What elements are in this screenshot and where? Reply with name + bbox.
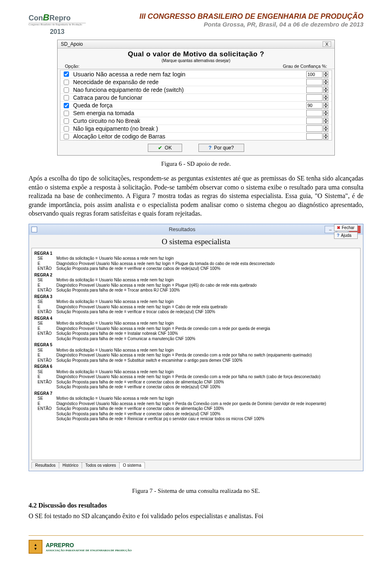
- option-row: Usuario Não acessa a rede nem faz login▲…: [60, 70, 332, 78]
- rule-keyword: E: [38, 326, 56, 332]
- aprepro-sub: ASSOCIAÇÃO PARANAENSE DE ENGENHARIA DE P…: [46, 549, 131, 552]
- spin-down-icon[interactable]: ▼: [323, 74, 328, 78]
- window-icon: [31, 227, 37, 232]
- close-icon[interactable]: X: [323, 41, 331, 47]
- option-row: Nao funciona equipamento de rede (switch…: [60, 86, 332, 94]
- confidence-input[interactable]: [306, 71, 323, 78]
- spin-up-icon[interactable]: ▲: [323, 110, 328, 113]
- confidence-spinner[interactable]: ▲▼: [306, 79, 328, 85]
- confidence-spinner[interactable]: ▲▼: [306, 133, 328, 140]
- spin-up-icon[interactable]: ▲: [323, 79, 328, 82]
- confidence-input[interactable]: [306, 110, 323, 116]
- rule-line: EDiagnóstico Provavel Usuario Não acessa…: [34, 305, 358, 310]
- option-checkbox[interactable]: [64, 134, 69, 139]
- aprepro-text: APREPRO: [46, 542, 74, 548]
- rule-text: Diagnóstico Provavel Usuario Não acessa …: [56, 326, 270, 331]
- dialog-question: Qual o valor de Motivo da solicitação ?: [58, 49, 334, 58]
- label-confianca: Grau de Confiança %:: [283, 64, 327, 69]
- confidence-input[interactable]: [306, 79, 323, 85]
- fechar-label: Fechar: [342, 225, 354, 230]
- confidence-spinner[interactable]: ▲▼: [306, 110, 328, 116]
- option-checkbox[interactable]: [64, 80, 69, 85]
- rule-text: Solução Proposta para falha de rede = ve…: [56, 310, 215, 314]
- confidence-spinner[interactable]: ▲▼: [306, 118, 328, 124]
- rule-line: SEMotivo da solicitação = Usuario Não ac…: [34, 396, 358, 401]
- spin-up-icon[interactable]: ▲: [323, 125, 328, 129]
- spin-up-icon[interactable]: ▲: [323, 94, 328, 98]
- spin-down-icon[interactable]: ▼: [323, 136, 328, 140]
- tab-bar: ResultadosHistóricoTodos os valoresO sis…: [31, 462, 361, 468]
- ajuda-button[interactable]: ?Ajuda: [334, 232, 358, 239]
- rule-line: EDiagnóstico Provavel Usuario Não acessa…: [34, 401, 358, 407]
- confidence-spinner[interactable]: ▲▼: [306, 87, 328, 93]
- confidence-input[interactable]: [306, 87, 323, 93]
- logo-text-repro: Repro: [49, 14, 71, 22]
- confidence-spinner[interactable]: ▲▼: [306, 125, 328, 132]
- rule-keyword: SE: [38, 278, 56, 283]
- confidence-spinner[interactable]: ▲▼: [306, 71, 328, 78]
- option-checkbox[interactable]: [64, 111, 69, 116]
- spin-up-icon[interactable]: ▲: [323, 133, 328, 136]
- confidence-input[interactable]: [306, 102, 323, 109]
- rule-text: Solução Proposta para falha de rede = Re…: [56, 416, 264, 421]
- rule-line: Solução Proposta para falha de rede = Co…: [34, 336, 358, 342]
- fechar-button[interactable]: ✖Fechar: [334, 224, 358, 231]
- spin-up-icon[interactable]: ▲: [323, 71, 328, 74]
- rule-line: ENTÃOSolução Proposta para falha de rede…: [34, 380, 358, 385]
- label-opcao: Opção:: [65, 64, 79, 69]
- rule-text: Solução Proposta para falha de rede = Su…: [56, 358, 243, 363]
- confidence-spinner[interactable]: ▲▼: [306, 102, 328, 109]
- spin-down-icon[interactable]: ▼: [323, 98, 328, 101]
- confidence-input[interactable]: [306, 94, 323, 101]
- confidence-input[interactable]: [306, 133, 323, 140]
- window-titlebar[interactable]: Resultados – □ ×: [29, 224, 363, 235]
- option-checkbox[interactable]: [64, 126, 69, 131]
- spin-down-icon[interactable]: ▼: [323, 82, 328, 85]
- confidence-input[interactable]: [306, 125, 323, 132]
- spin-up-icon[interactable]: ▲: [323, 118, 328, 121]
- rule-text: Solução Proposta para falha de rede = ve…: [56, 406, 224, 411]
- confidence-input[interactable]: [306, 118, 323, 124]
- option-checkbox[interactable]: [64, 95, 69, 100]
- why-button[interactable]: ? Por que?: [198, 144, 244, 152]
- rule-keyword: SE: [38, 348, 56, 353]
- option-row: Nececidade de expansão de rede▲▼: [60, 78, 332, 86]
- rule-header: REGRA 4: [34, 316, 358, 321]
- dialog-titlebar[interactable]: SD_Apoio X: [58, 40, 334, 49]
- rule-text: Motivo da solicitação = Usuario Não aces…: [56, 348, 174, 352]
- rule-keyword: E: [38, 261, 56, 267]
- spin-up-icon[interactable]: ▲: [323, 102, 328, 105]
- rule-line: SEMotivo da solicitação = Usuario Não ac…: [34, 370, 358, 375]
- spin-down-icon[interactable]: ▼: [323, 129, 328, 132]
- option-checkbox[interactable]: [64, 71, 69, 77]
- rule-line: EDiagnóstico Provavel Usuario Não acessa…: [34, 261, 358, 267]
- sd-apoio-dialog: SD_Apoio X Qual o valor de Motivo da sol…: [57, 40, 335, 156]
- tab-o-sistema[interactable]: O sistema: [119, 462, 145, 468]
- rule-text: Diagnóstico Provavel Usuario Não acessa …: [56, 374, 321, 379]
- spin-down-icon[interactable]: ▼: [323, 121, 328, 124]
- option-checkbox[interactable]: [64, 87, 69, 93]
- option-checkbox[interactable]: [64, 103, 69, 108]
- option-label: Sem energia na tomada: [73, 110, 306, 116]
- tab-resultados[interactable]: Resultados: [31, 462, 59, 468]
- spin-up-icon[interactable]: ▲: [323, 87, 328, 90]
- confidence-spinner[interactable]: ▲▼: [306, 94, 328, 101]
- ok-button[interactable]: ✔ OK: [148, 144, 182, 152]
- option-row: Curto circuito no No Break▲▼: [60, 117, 332, 125]
- tab-histórico[interactable]: Histórico: [59, 462, 82, 468]
- rule-keyword: ENTÃO: [38, 288, 56, 293]
- spin-down-icon[interactable]: ▼: [323, 105, 328, 109]
- ajuda-label: Ajuda: [341, 233, 352, 238]
- spin-down-icon[interactable]: ▼: [323, 113, 328, 116]
- rule-line: EDiagnóstico Provavel Usuario Não acessa…: [34, 374, 358, 380]
- tab-todos-os-valores[interactable]: Todos os valores: [82, 462, 120, 468]
- rule-keyword: ENTÃO: [38, 406, 56, 412]
- window-title-text: Resultados: [40, 226, 325, 232]
- paragraph-1: Após a escolha do tipo de solicitações, …: [29, 174, 363, 218]
- rule-keyword: E: [38, 374, 56, 380]
- option-checkbox[interactable]: [64, 118, 69, 124]
- rule-line: ENTÃOSolução Proposta para falha de rede…: [34, 331, 358, 336]
- spin-down-icon[interactable]: ▼: [323, 90, 328, 93]
- option-label: Queda de força: [73, 102, 306, 109]
- rule-text: Diagnóstico Provavel Usuario Não acessa …: [56, 401, 326, 406]
